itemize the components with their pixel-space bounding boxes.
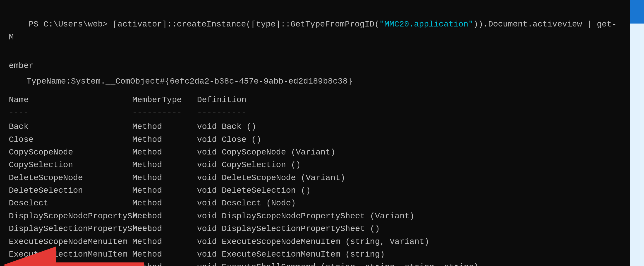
row-name: Close: [9, 133, 132, 146]
row-definition: void Close (): [197, 133, 621, 146]
row-member-type: Method: [132, 248, 197, 261]
row-member-type: Method: [132, 133, 197, 146]
right-panel-mid: [630, 24, 644, 266]
table-row: DisplaySelectionPropertySheetMethodvoid …: [9, 222, 621, 235]
row-name: Back: [9, 120, 132, 133]
div-member: ----------: [132, 107, 197, 119]
row-definition: void ExecuteScopeNodeMenuItem (string, V…: [197, 235, 621, 248]
row-member-type: Method: [132, 146, 197, 159]
row-member-type: Method: [132, 184, 197, 197]
row-name: ExecuteScopeNodeMenuItem: [9, 235, 132, 248]
row-definition: void Deselect (Node): [197, 197, 621, 210]
row-name: Deselect: [9, 197, 132, 210]
table-row: CopyScopeNodeMethodvoid CopyScopeNode (V…: [9, 146, 621, 159]
col-header-name: Name: [9, 94, 132, 106]
row-name: DeleteScopeNode: [9, 172, 132, 184]
table-row: ExecuteScopeNodeMenuItemMethodvoid Execu…: [9, 235, 621, 248]
row-name: ExecuteShellCommand: [9, 261, 132, 266]
row-definition: void DisplayScopeNodePropertySheet (Vari…: [197, 210, 621, 222]
right-panel-top: [630, 0, 644, 24]
row-definition: void ExecuteShellCommand (string, string…: [197, 261, 621, 266]
table-rows-container: BackMethodvoid Back ()CloseMethodvoid Cl…: [9, 120, 621, 266]
table-row: ExecuteShellCommandMethodvoid ExecuteShe…: [9, 261, 621, 266]
row-definition: void CopyScopeNode (Variant): [197, 146, 621, 159]
table-row: DeleteScopeNodeMethodvoid DeleteScopeNod…: [9, 172, 621, 184]
row-member-type: Method: [132, 159, 197, 171]
row-definition: void ExecuteSelectionMenuItem (string): [197, 248, 621, 261]
div-def: ----------: [197, 107, 621, 119]
row-name: CopyScopeNode: [9, 146, 132, 159]
col-header-def: Definition: [197, 94, 621, 106]
table-row: CloseMethodvoid Close (): [9, 133, 621, 146]
table-row: CopySelectionMethodvoid CopySelection (): [9, 159, 621, 171]
row-member-type: Method: [132, 120, 197, 133]
row-name: DisplaySelectionPropertySheet: [9, 222, 132, 235]
members-table: Name MemberType Definition ---- --------…: [9, 94, 621, 266]
row-member-type: Method: [132, 172, 197, 184]
typename-value: System.__ComObject#{6efc2da2-b38c-457e-9…: [71, 77, 353, 86]
row-name: ExecuteSelectionMenuItem: [9, 248, 132, 261]
row-name: CopySelection: [9, 159, 132, 171]
row-member-type: Method: [132, 235, 197, 248]
row-member-type: Method: [132, 197, 197, 210]
prompt: PS C:\Users\web> [activator]::createInst…: [9, 20, 617, 41]
row-definition: void DeleteSelection (): [197, 184, 621, 197]
table-row: DisplayScopeNodePropertySheetMethodvoid …: [9, 210, 621, 222]
row-name: DeleteSelection: [9, 184, 132, 197]
row-member-type: Method: [132, 261, 197, 266]
row-definition: void Back (): [197, 120, 621, 133]
type-name-line: TypeName:System.__ComObject#{6efc2da2-b3…: [26, 75, 621, 88]
table-row: DeleteSelectionMethodvoid DeleteSelectio…: [9, 184, 621, 197]
table-row: DeselectMethodvoid Deselect (Node): [9, 197, 621, 210]
row-definition: void DeleteScopeNode (Variant): [197, 172, 621, 184]
row-name: DisplayScopeNodePropertySheet: [9, 210, 132, 222]
row-member-type: Method: [132, 222, 197, 235]
table-header-row: Name MemberType Definition: [9, 94, 621, 106]
terminal-window: PS C:\Users\web> [activator]::createInst…: [0, 0, 630, 266]
col-header-member: MemberType: [132, 94, 197, 106]
typename-label: TypeName:: [26, 77, 71, 86]
div-name: ----: [9, 107, 132, 119]
command-line-cont: ember: [9, 59, 621, 72]
string-literal: "MMC20.application": [379, 20, 473, 29]
table-row: BackMethodvoid Back (): [9, 120, 621, 133]
row-definition: void CopySelection (): [197, 159, 621, 171]
command-line: PS C:\Users\web> [activator]::createInst…: [9, 5, 621, 56]
table-divider-row: ---- ---------- ----------: [9, 107, 621, 119]
right-panel: [630, 0, 644, 266]
table-row: ExecuteSelectionMenuItemMethodvoid Execu…: [9, 248, 621, 261]
row-member-type: Method: [132, 210, 197, 222]
row-definition: void DisplaySelectionPropertySheet (): [197, 222, 621, 235]
